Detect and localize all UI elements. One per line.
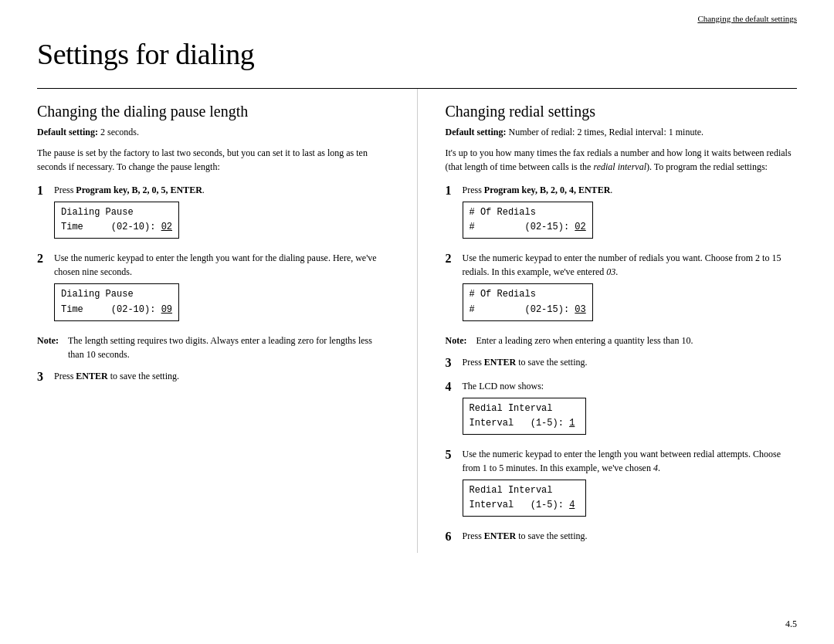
right-step-5-after: . — [658, 463, 660, 473]
right-step-6-before: Press — [463, 530, 484, 541]
right-step-2-content: Use the numeric keypad to enter the numb… — [463, 251, 798, 325]
right-intro-text: It's up to you how many times the fax re… — [446, 146, 798, 174]
left-intro-text: The pause is set by the factory to last … — [37, 146, 389, 174]
right-step-3-after: to save the setting. — [516, 357, 587, 368]
step-2-text: Use the numeric keypad to enter the leng… — [54, 253, 377, 277]
page-title: Settings for dialing — [37, 37, 797, 71]
default-value: 2 seconds. — [100, 127, 139, 137]
right-step-2-italic: 03 — [606, 266, 615, 277]
right-step-1-bold: Program key, B, 2, 0, 4, ENTER — [484, 185, 610, 195]
step-3-text-before: Press — [54, 371, 76, 381]
right-lcd-2-line1: # Of Redials — [470, 287, 586, 302]
right-default-value: Number of redial: 2 times, Redial interv… — [508, 127, 703, 137]
left-column: Changing the dialing pause length Defaul… — [37, 89, 418, 553]
right-step-6-content: Press ENTER to save the setting. — [463, 529, 798, 543]
right-step-2-after: . — [615, 266, 618, 277]
step-3-text-after: to save the setting. — [108, 371, 179, 381]
left-lcd-2-line1: Dialing Pause — [61, 287, 172, 302]
step-3-bold: ENTER — [76, 371, 107, 381]
page-number: 4.5 — [785, 619, 797, 630]
intro-text-2: ). To program the redial settings: — [646, 161, 768, 172]
right-lcd-5-value: 4 — [569, 500, 575, 510]
right-step-5-text: Use the numeric keypad to enter the leng… — [463, 449, 781, 473]
left-lcd-2-value: 09 — [161, 304, 172, 315]
left-lcd-1-line2: Time (02-10): 02 — [61, 220, 172, 235]
right-step-1-before: Press — [463, 185, 484, 195]
right-lcd-4-line2: Interval (1-5): 1 — [470, 416, 579, 431]
right-note-label: Note: — [446, 334, 476, 347]
right-lcd-1: # Of Redials # (02-15): 02 — [463, 202, 593, 239]
right-step-5-content: Use the numeric keypad to enter the leng… — [463, 447, 798, 521]
right-default-label: Default setting: — [446, 127, 507, 137]
step-1-bold: Program key, B, 2, 0, 5, ENTER — [76, 185, 202, 195]
right-step-2: 2 Use the numeric keypad to enter the nu… — [446, 251, 798, 325]
right-step-4-text: The LCD now shows: — [463, 381, 544, 391]
right-step-1-content: Press Program key, B, 2, 0, 4, ENTER. # … — [463, 183, 798, 243]
right-column: Changing redial settings Default setting… — [418, 89, 798, 553]
step-1-text-after: . — [202, 185, 205, 195]
right-step-number-3: 3 — [446, 355, 463, 371]
italic-text: redial interval — [593, 161, 646, 172]
page-container: Changing the default settings Settings f… — [0, 0, 834, 644]
right-lcd-1-line1: # Of Redials — [470, 205, 586, 220]
right-step-2-text: Use the numeric keypad to enter the numb… — [463, 253, 781, 277]
right-step-1-after: . — [610, 185, 612, 195]
left-step-2: 2 Use the numeric keypad to enter the le… — [37, 251, 389, 325]
left-lcd-2-line2: Time (02-10): 09 — [61, 303, 172, 317]
breadcrumb: Changing the default settings — [697, 14, 797, 23]
right-note-text: Enter a leading zero when entering a qua… — [476, 334, 693, 347]
right-step-6-bold: ENTER — [484, 530, 516, 541]
right-lcd-1-value: 02 — [575, 222, 585, 232]
right-lcd-5-line2: Interval (1-5): 4 — [470, 498, 579, 513]
right-lcd-2-line2: # (02-15): 03 — [470, 303, 586, 317]
right-note: Note: Enter a leading zero when entering… — [446, 334, 798, 347]
right-lcd-1-line2: # (02-15): 02 — [470, 220, 586, 235]
right-lcd-4-value: 1 — [569, 418, 575, 429]
left-lcd-1-value: 02 — [161, 222, 172, 232]
right-step-3-bold: ENTER — [484, 357, 516, 368]
right-step-4: 4 The LCD now shows: Redial Interval Int… — [446, 379, 798, 439]
right-lcd-4-line1: Redial Interval — [470, 402, 579, 416]
left-step-3: 3 Press ENTER to save the setting. — [37, 369, 389, 385]
right-lcd-2: # Of Redials # (02-15): 03 — [463, 283, 593, 320]
right-step-4-content: The LCD now shows: Redial Interval Inter… — [463, 379, 798, 439]
right-step-number-1: 1 — [446, 183, 463, 199]
right-step-number-2: 2 — [446, 251, 463, 267]
step-number-1: 1 — [37, 183, 54, 199]
right-default-setting: Default setting: Number of redial: 2 tim… — [446, 127, 798, 138]
left-default-setting: Default setting: 2 seconds. — [37, 127, 389, 138]
left-lcd-1-line1: Dialing Pause — [61, 205, 172, 220]
right-step-5: 5 Use the numeric keypad to enter the le… — [446, 447, 798, 521]
right-section-title: Changing redial settings — [446, 103, 798, 120]
left-note: Note: The length setting requires two di… — [37, 334, 389, 361]
right-lcd-5: Redial Interval Interval (1-5): 4 — [463, 480, 586, 517]
right-lcd-5-line1: Redial Interval — [470, 483, 579, 498]
right-step-6: 6 Press ENTER to save the setting. — [446, 529, 798, 545]
right-step-number-6: 6 — [446, 529, 463, 545]
left-step-1: 1 Press Program key, B, 2, 0, 5, ENTER. … — [37, 183, 389, 243]
step-2-content: Use the numeric keypad to enter the leng… — [54, 251, 389, 325]
right-step-3-content: Press ENTER to save the setting. — [463, 355, 798, 369]
left-section-title: Changing the dialing pause length — [37, 103, 389, 120]
two-column-layout: Changing the dialing pause length Defaul… — [37, 89, 797, 553]
step-number-3: 3 — [37, 369, 54, 385]
left-lcd-1: Dialing Pause Time (02-10): 02 — [54, 202, 179, 239]
right-step-number-4: 4 — [446, 379, 463, 395]
default-label: Default setting: — [37, 127, 98, 137]
right-step-3: 3 Press ENTER to save the setting. — [446, 355, 798, 371]
left-lcd-2: Dialing Pause Time (02-10): 09 — [54, 283, 179, 320]
right-lcd-4: Redial Interval Interval (1-5): 1 — [463, 398, 586, 435]
right-step-6-after: to save the setting. — [516, 530, 587, 541]
right-step-number-5: 5 — [446, 447, 463, 463]
step-1-content: Press Program key, B, 2, 0, 5, ENTER. Di… — [54, 183, 389, 243]
right-step-3-before: Press — [463, 357, 484, 368]
right-step-1: 1 Press Program key, B, 2, 0, 4, ENTER. … — [446, 183, 798, 243]
step-number-2: 2 — [37, 251, 54, 267]
right-lcd-2-value: 03 — [575, 304, 585, 315]
step-1-text-before: Press — [54, 185, 76, 195]
note-label: Note: — [37, 334, 68, 347]
step-3-content: Press ENTER to save the setting. — [54, 369, 389, 383]
note-text: The length setting requires two digits. … — [68, 334, 389, 361]
